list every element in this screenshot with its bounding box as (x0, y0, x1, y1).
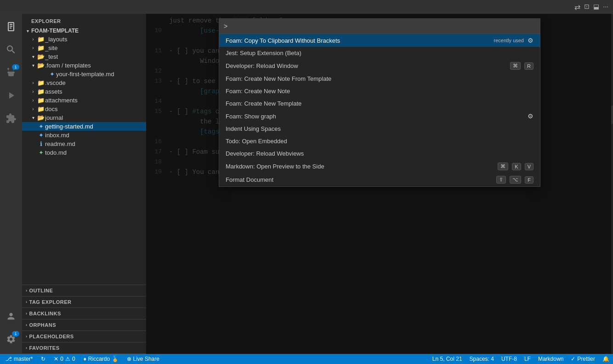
command-item-todo-embedded[interactable]: Todo: Open Embedded (219, 135, 540, 147)
command-item-label: Developer: Reload Webviews (226, 150, 304, 157)
command-item-jest[interactable]: Jest: Setup Extension (Beta) (219, 47, 540, 59)
folder-icon: 📁 (37, 106, 45, 112)
command-item-format-document[interactable]: Format Document ⇧ ⌥ F (219, 173, 540, 186)
status-position[interactable]: Ln 5, Col 21 (429, 354, 466, 364)
tree-root-folder[interactable]: ▾ FOAM-TEMPLATE (22, 27, 146, 35)
shortcut-f: F (525, 176, 534, 184)
command-item-foam-create-template[interactable]: Foam: Create New Note From Template (219, 73, 540, 85)
prettier-text: Prettier (577, 356, 595, 362)
panel-favorites-header[interactable]: › FAVORITES (22, 342, 146, 353)
chevron-down-icon: ▾ (29, 54, 37, 59)
status-prettier[interactable]: ✓ Prettier (567, 354, 599, 364)
command-item-label: Developer: Reload Window (226, 62, 298, 69)
tree-item-readme[interactable]: ℹ readme.md (22, 140, 146, 148)
activity-source-control[interactable]: 1 (0, 62, 22, 84)
status-right: Ln 5, Col 21 Spaces: 4 UTF-8 LF Markdown… (429, 354, 613, 364)
panel-orphans-header[interactable]: › ORPHANS (22, 319, 146, 330)
command-item-label: Todo: Open Embedded (226, 138, 287, 145)
activity-bar: 1 1 (0, 14, 22, 354)
shortcut-shift: ⇧ (496, 176, 506, 184)
command-item-developer-reload[interactable]: Developer: Reload Window ⌘ R (219, 59, 540, 73)
status-language[interactable]: Markdown (534, 354, 567, 364)
gear-icon[interactable]: ⚙ (528, 112, 534, 120)
status-encoding[interactable]: UTF-8 (498, 354, 521, 364)
status-notifications[interactable]: 🔔 (599, 354, 613, 364)
command-item-label: Markdown: Open Preview to the Side (226, 163, 324, 170)
branch-icon: ⎇ (6, 356, 12, 362)
shortcut-r: R (524, 62, 534, 70)
tree-item-template-md[interactable]: ✦ your-first-template.md (22, 70, 146, 78)
tree-item-test[interactable]: ▾ 📂 _test (22, 52, 146, 61)
panel-outline-header[interactable]: › OUTLINE (22, 285, 146, 296)
chevron-down-icon: ▾ (29, 63, 37, 68)
tree-item-getting-started[interactable]: ✦ getting-started.md (22, 122, 146, 131)
command-item-label: Jest: Setup Extension (Beta) (226, 50, 301, 56)
tree-item-docs[interactable]: › 📁 docs (22, 105, 146, 113)
chevron-right-icon: › (26, 334, 28, 339)
editor-area: just remove the docs folder for 10 [use-… (146, 14, 613, 354)
activity-settings[interactable]: 1 (0, 328, 22, 350)
tree-item-layouts[interactable]: › 📁 _layouts (22, 35, 146, 44)
status-live-share[interactable]: ⊗ Live Share (123, 354, 163, 364)
live-share-label: Live Share (133, 356, 159, 362)
status-errors[interactable]: ✕ 0 ⚠ 0 (50, 354, 79, 364)
command-item-markdown-preview[interactable]: Markdown: Open Preview to the Side ⌘ K V (219, 160, 540, 173)
tree-item-vscode[interactable]: › 📁 .vscode (22, 78, 146, 87)
command-input-prefix: > (224, 22, 227, 30)
command-item-foam-create-new-template[interactable]: Foam: Create New Template (219, 97, 540, 110)
tree-item-site[interactable]: › 📁 _site (22, 44, 146, 52)
command-item-developer-reload-webviews[interactable]: Developer: Reload Webviews (219, 147, 540, 160)
tree-item-journal[interactable]: ▾ 📂 journal (22, 113, 146, 122)
status-user[interactable]: ♦ Riccardo 🏅 (80, 354, 122, 364)
shortcut-alt: ⌥ (510, 176, 521, 184)
tree-item-attachments[interactable]: › 📁 attachments (22, 96, 146, 105)
eol-text: LF (524, 356, 531, 362)
chevron-down-icon: ▾ (24, 28, 31, 34)
status-sync[interactable]: ↻ (37, 354, 49, 364)
spaces-text: Spaces: 4 (470, 356, 494, 362)
activity-run[interactable] (0, 84, 22, 106)
activity-search[interactable] (0, 39, 22, 61)
command-list: Foam: Copy To Clipboard Without Brackets… (219, 34, 540, 186)
activity-explorer[interactable] (0, 16, 22, 38)
folder-open-icon: 📂 (37, 62, 45, 69)
error-count: 0 (60, 356, 63, 362)
status-branch[interactable]: ⎇ master* (2, 354, 36, 364)
command-palette[interactable]: > Foam: Copy To Clipboard Without Bracke… (219, 18, 540, 187)
panel-placeholders: › PLACEHOLDERS (22, 331, 146, 342)
panel-tag-explorer-header[interactable]: › TAG EXPLORER (22, 297, 146, 308)
more-icon[interactable]: ··· (603, 3, 608, 11)
panel-placeholders-header[interactable]: › PLACEHOLDERS (22, 331, 146, 342)
command-item-foam-copy[interactable]: Foam: Copy To Clipboard Without Brackets… (219, 34, 540, 47)
source-control-badge: 1 (12, 64, 19, 70)
tree-item-todo[interactable]: ✦ todo.md (22, 148, 146, 157)
activity-accounts[interactable] (0, 305, 22, 327)
warning-icon: ⚠ (65, 356, 70, 362)
tree-item-assets[interactable]: › 📁 assets (22, 87, 146, 96)
gear-icon[interactable]: ⚙ (528, 37, 534, 44)
status-eol[interactable]: LF (521, 354, 534, 364)
sidebar-panels: › OUTLINE › TAG EXPLORER › BACKLINKS › (22, 285, 146, 354)
remote-icon[interactable]: ⇄ (574, 3, 580, 11)
command-item-foam-show-graph[interactable]: Foam: Show graph ⚙ (219, 110, 540, 123)
file-green-icon: ✦ (37, 149, 45, 156)
command-search-input[interactable] (230, 19, 535, 34)
bell-icon: 🔔 (602, 356, 609, 362)
command-item-indent-spaces[interactable]: Indent Using Spaces (219, 123, 540, 135)
chevron-right-icon: › (29, 80, 37, 85)
command-item-foam-create-note[interactable]: Foam: Create New Note (219, 85, 540, 97)
activity-extensions[interactable] (0, 107, 22, 129)
command-item-label: Foam: Copy To Clipboard Without Brackets (226, 37, 340, 44)
chevron-down-icon: ▾ (29, 115, 37, 120)
tree-item-inbox[interactable]: ✦ inbox.md (22, 131, 146, 140)
panel-backlinks-header[interactable]: › BACKLINKS (22, 308, 146, 319)
status-spaces[interactable]: Spaces: 4 (466, 354, 498, 364)
layout-icon[interactable]: ⊡ (584, 3, 590, 11)
tree-item-foam-templates[interactable]: ▾ 📂 .foam / templates (22, 61, 146, 70)
command-input-row: > (219, 19, 540, 34)
shortcut-cmd: ⌘ (510, 62, 521, 70)
panel-icon[interactable]: ⬓ (593, 3, 599, 11)
panel-favorites: › FAVORITES (22, 342, 146, 354)
warning-count: 0 (72, 356, 75, 362)
chevron-right-icon: › (29, 89, 37, 94)
